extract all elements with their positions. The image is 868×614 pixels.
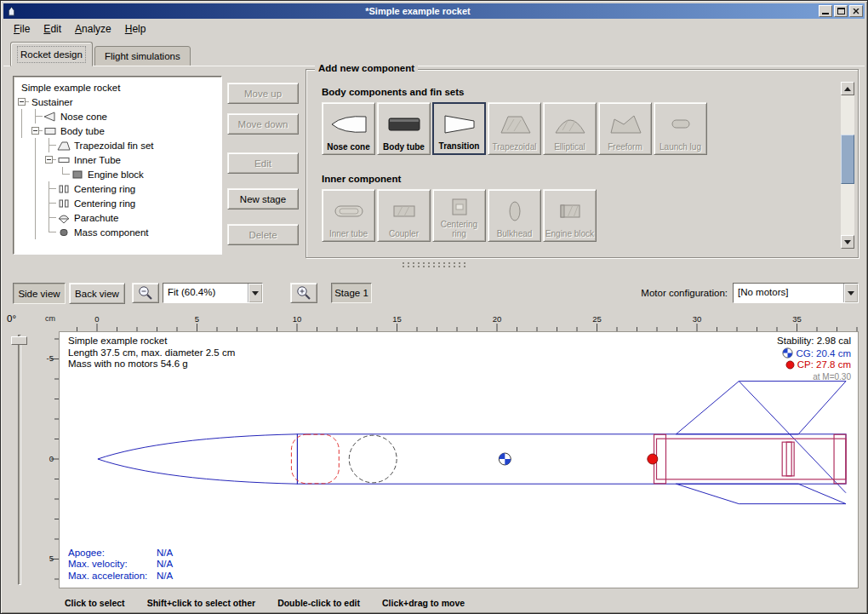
tree-guide <box>15 152 29 167</box>
tree-item-label: Mass component <box>71 227 149 238</box>
rocket-canvas[interactable]: Simple example rocket Length 37.5 cm, ma… <box>59 331 859 588</box>
menu-edit[interactable]: Edit <box>37 21 68 37</box>
centering-ring-icon <box>56 198 71 209</box>
trapezoidal-fin-component-icon <box>489 106 540 143</box>
inner-tube-shape[interactable] <box>657 439 847 479</box>
inner-tube-component-icon <box>323 192 374 230</box>
scroll-up-button[interactable] <box>841 82 854 95</box>
tab-label: Rocket design <box>20 49 83 60</box>
app-icon[interactable] <box>5 5 17 17</box>
delete-button[interactable]: Delete <box>227 224 299 245</box>
tree-expand-toggle[interactable] <box>43 152 56 167</box>
status-hint: Click+drag to move <box>382 598 465 608</box>
engine-block-shape[interactable] <box>782 442 794 476</box>
tree-item-inner-tube[interactable]: Inner Tube <box>15 152 220 167</box>
body-tube-icon <box>43 125 58 137</box>
motor-configuration-combo[interactable]: [No motors] <box>733 283 859 303</box>
component-button-inner-tube[interactable]: Inner tube <box>322 189 375 242</box>
tree-item-label: Body tube <box>58 126 105 136</box>
component-button-elliptical[interactable]: Elliptical <box>543 102 597 155</box>
tree-item-rocket[interactable]: Simple example rocket <box>15 80 220 95</box>
tree-item-sustainer[interactable]: Sustainer <box>15 95 220 109</box>
move-up-button[interactable]: Move up <box>227 83 299 104</box>
rocket-drawing[interactable] <box>60 332 858 588</box>
tree-item-centering-ring-1[interactable]: Centering ring <box>15 181 220 196</box>
side-view-button[interactable]: Side view <box>13 283 66 304</box>
zoom-out-icon <box>137 284 154 301</box>
tree-item-fin-set[interactable]: Trapezoidal fin set <box>15 138 220 152</box>
move-down-button[interactable]: Move down <box>227 113 299 135</box>
new-stage-button[interactable]: New stage <box>227 188 299 209</box>
component-tree[interactable]: Simple example rocket Sustainer Nose con… <box>13 76 222 255</box>
section-inner-components: Inner component <box>322 174 401 184</box>
tree-expand-toggle[interactable] <box>29 123 43 138</box>
maximize-button[interactable] <box>834 5 848 17</box>
parachute-shape[interactable] <box>291 434 339 484</box>
tab-flight-simulations[interactable]: Flight simulations <box>94 46 191 66</box>
tree-item-label: Inner Tube <box>71 155 121 165</box>
component-button-launch-lug[interactable]: Launch lug <box>654 102 707 155</box>
scrollbar-thumb[interactable] <box>841 135 854 184</box>
component-button-freeform[interactable]: Freeform <box>598 102 652 155</box>
component-label: Body tube <box>379 143 429 152</box>
nose-cone-shape[interactable] <box>98 434 298 484</box>
tree-item-parachute[interactable]: Parachute <box>15 210 220 225</box>
bulkhead-component-icon <box>489 192 540 230</box>
ruler-label: 0 <box>42 454 54 463</box>
component-button-transition[interactable]: Transition <box>432 102 486 155</box>
motor-combo-arrow[interactable] <box>843 284 858 302</box>
tree-item-mass-component[interactable]: Mass component <box>15 225 220 239</box>
tree-item-centering-ring-2[interactable]: Centering ring <box>15 196 220 210</box>
component-button-centering-ring[interactable]: Centering ring <box>432 189 486 242</box>
tree-item-label: Centering ring <box>71 198 135 209</box>
component-button-engine-block[interactable]: Engine block <box>543 189 597 242</box>
menu-analyze[interactable]: Analyze <box>68 21 118 37</box>
component-button-nose-cone[interactable]: Nose cone <box>322 102 375 155</box>
menu-help[interactable]: Help <box>118 21 153 37</box>
tree-expand-toggle[interactable] <box>15 95 29 109</box>
component-button-body-tube[interactable]: Body tube <box>377 102 431 155</box>
back-view-button[interactable]: Back view <box>69 283 125 304</box>
component-panel-scrollbar[interactable] <box>841 82 854 249</box>
arrow-up-icon <box>844 83 851 91</box>
scroll-down-button[interactable] <box>841 235 854 249</box>
titlebar[interactable]: *Simple example rocket <box>3 3 865 19</box>
component-button-bulkhead[interactable]: Bulkhead <box>488 189 541 242</box>
rotation-slider-track[interactable] <box>18 335 21 585</box>
zoom-in-icon <box>295 284 312 301</box>
edit-button[interactable]: Edit <box>227 152 299 174</box>
minimize-button[interactable] <box>819 5 832 17</box>
tree-guide <box>15 167 29 181</box>
tree-guide <box>29 152 43 167</box>
component-label: Transition <box>435 142 483 152</box>
menu-file[interactable]: File <box>7 21 37 37</box>
centering-ring-shape[interactable] <box>834 434 846 484</box>
component-button-coupler[interactable]: Coupler <box>377 189 431 242</box>
body-tube-shape[interactable] <box>297 434 846 484</box>
zoom-in-button[interactable] <box>290 283 317 303</box>
rotation-slider-thumb[interactable] <box>11 336 27 345</box>
status-bar: Click to select Shift+click to select ot… <box>3 594 865 611</box>
component-button-trapezoidal[interactable]: Trapezoidal <box>488 102 541 155</box>
tree-item-engine-block[interactable]: Engine block <box>15 167 220 181</box>
close-button[interactable] <box>849 5 863 17</box>
tab-rocket-design[interactable]: Rocket design <box>10 42 93 66</box>
ruler-label: 0 <box>94 314 99 324</box>
tree-item-nose-cone[interactable]: Nose cone <box>15 109 220 123</box>
zoom-combo[interactable]: Fit (60.4%) <box>163 283 263 303</box>
fin-top-shape[interactable] <box>676 382 846 434</box>
zoom-combo-arrow[interactable] <box>248 284 262 302</box>
tree-guide <box>43 225 56 239</box>
component-label: Elliptical <box>545 143 595 152</box>
freeform-fin-component-icon <box>600 106 650 143</box>
component-label: Centering ring <box>434 221 484 238</box>
mass-component-shape[interactable] <box>349 435 397 483</box>
tree-item-label: Centering ring <box>71 184 135 194</box>
zoom-value: Fit (60.4%) <box>163 284 248 302</box>
splitter-handle[interactable] <box>401 261 469 269</box>
zoom-out-button[interactable] <box>132 283 159 303</box>
stage-1-toggle[interactable]: Stage 1 <box>331 283 372 303</box>
tree-guide <box>15 225 29 239</box>
tree-item-body-tube[interactable]: Body tube <box>15 123 220 138</box>
fin-bottom-shape[interactable] <box>676 484 846 503</box>
